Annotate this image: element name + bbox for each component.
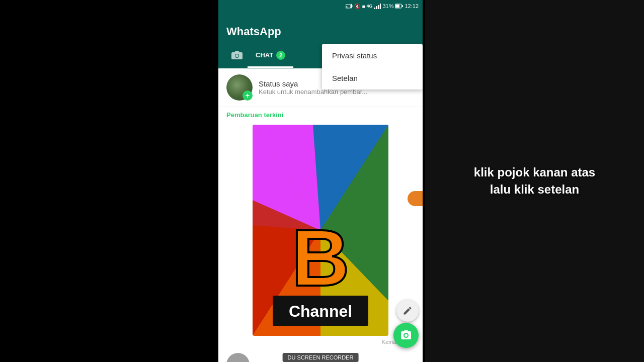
svg-point-9 <box>235 54 238 57</box>
svg-rect-4 <box>380 4 381 9</box>
status-icons: 🔇 ■ 4G 31% 12:12 <box>346 3 419 9</box>
svg-rect-6 <box>395 5 399 8</box>
phone-screen: 🔇 ■ 4G 31% 12:12 WhatsApp <box>218 0 423 362</box>
annotation-text: klik pojok kanan atas lalu klik setelan <box>464 154 605 208</box>
clock: 12:12 <box>405 3 419 9</box>
annotation-line1: klik pojok kanan atas <box>474 165 595 179</box>
cast-icon <box>346 4 353 9</box>
pencil-icon <box>403 306 413 316</box>
chat-badge: 2 <box>276 51 285 60</box>
svg-rect-3 <box>378 5 379 9</box>
du-recorder-badge: DU SCREEN RECORDER <box>283 353 359 362</box>
add-status-button[interactable]: + <box>243 90 253 101</box>
add-icon: + <box>246 92 250 100</box>
status-bar: 🔇 ■ 4G 31% 12:12 <box>218 0 423 12</box>
camera-fab-button[interactable] <box>393 323 419 348</box>
tab-chat[interactable]: CHAT 2 <box>248 44 293 68</box>
annotation-line2: lalu klik setelan <box>490 183 579 196</box>
right-annotation-panel: klik pojok kanan atas lalu klik setelan <box>425 0 644 362</box>
signal-icon <box>374 4 381 9</box>
scroll-indicator[interactable] <box>408 191 423 206</box>
mute-icon: 🔇 <box>354 4 360 9</box>
channel-area[interactable]: B Channel Kemarin 5:22 <box>218 123 423 347</box>
dropdown-setelan[interactable]: Setelan <box>322 67 423 89</box>
camera-fab-icon <box>400 329 412 341</box>
compose-button[interactable] <box>396 300 419 322</box>
updates-label: Pembaruan terkini <box>218 107 423 123</box>
svg-rect-2 <box>376 6 377 9</box>
svg-text:Channel: Channel <box>289 302 352 320</box>
network-type: 4G <box>366 4 372 9</box>
my-avatar-container: + <box>226 74 253 101</box>
chat-avatar-1 <box>226 353 250 362</box>
wa-header: WhatsApp <box>218 12 423 44</box>
svg-rect-7 <box>402 5 403 7</box>
dropdown-menu: Privasi status Setelan <box>322 44 423 89</box>
sim-icon: ■ <box>362 4 365 9</box>
tab-chat-label: CHAT <box>256 51 273 59</box>
svg-text:B: B <box>291 213 350 303</box>
channel-thumbnail: B Channel <box>253 125 388 336</box>
tab-camera[interactable] <box>226 50 248 62</box>
dropdown-privasi[interactable]: Privasi status <box>322 44 423 67</box>
camera-tab-icon <box>231 50 243 59</box>
battery-pct: 31% <box>382 3 393 9</box>
battery-icon <box>395 4 403 9</box>
left-black-panel <box>0 0 218 362</box>
b-channel-logo: B Channel <box>253 125 388 336</box>
app-title: WhatsApp <box>226 25 281 44</box>
svg-rect-1 <box>374 8 375 9</box>
